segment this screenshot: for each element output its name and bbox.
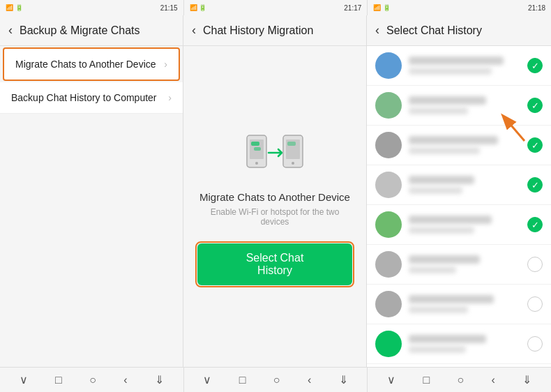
check-mark-icon: ✓ — [531, 61, 539, 70]
chat-sub — [409, 346, 466, 353]
signal-icons-1: 📶 🔋 — [6, 4, 23, 11]
nav-arrow-icon-3[interactable]: ‹ — [492, 374, 495, 386]
time-2: 21:17 — [344, 4, 361, 12]
chat-info — [409, 176, 527, 194]
status-bar-1: 📶 🔋 21:15 — [0, 0, 183, 15]
check-circle[interactable]: ✓ — [527, 137, 543, 153]
nav-segment-2: ∨ □ ○ ‹ ⇓ — [184, 368, 368, 392]
chat-name — [409, 335, 486, 343]
menu-item-backup[interactable]: Backup Chat History to Computer › — [0, 82, 183, 114]
check-circle[interactable] — [527, 336, 543, 352]
chat-name — [409, 176, 474, 184]
panel-backup-migrate: ‹ Backup & Migrate Chats Migrate Chats t… — [0, 15, 183, 367]
avatar — [375, 172, 402, 198]
panel2-title: Chat History Migration — [203, 24, 313, 37]
nav-arrow-icon-2[interactable]: ‹ — [308, 374, 311, 386]
time-1: 21:15 — [160, 4, 178, 12]
chat-info — [409, 255, 527, 273]
migrate-subtitle: Enable Wi-Fi or hotspot for the two devi… — [197, 207, 352, 227]
chat-info — [409, 56, 527, 75]
svg-rect-6 — [251, 142, 259, 146]
list-item[interactable]: ✓ — [367, 86, 551, 126]
chat-name — [409, 96, 486, 105]
menu-item-migrate[interactable]: Migrate Chats to Another Device › — [3, 47, 180, 81]
time-3: 21:18 — [528, 4, 545, 12]
menu-item-migrate-label: Migrate Chats to Another Device — [15, 59, 156, 70]
nav-arrow-icon-1[interactable]: ‹ — [123, 374, 127, 386]
panel2-back-arrow[interactable]: ‹ — [192, 23, 196, 38]
panels-container: ‹ Backup & Migrate Chats Migrate Chats t… — [0, 15, 551, 367]
nav-menu-icon-2[interactable]: ⇓ — [339, 373, 348, 386]
avatar — [375, 211, 402, 238]
chat-name — [409, 255, 480, 264]
list-item[interactable]: ✓ — [367, 165, 551, 205]
panel1-title: Backup & Migrate Chats — [20, 24, 140, 37]
migrate-title: Migrate Chats to Another Device — [199, 191, 350, 203]
chat-info — [409, 295, 527, 313]
list-item[interactable]: ✓ — [367, 205, 551, 245]
signal-icons-2: 📶 🔋 — [190, 4, 207, 11]
check-circle[interactable]: ✓ — [527, 98, 543, 113]
avatar — [375, 92, 402, 119]
check-mark-icon: ✓ — [531, 101, 539, 110]
nav-back-icon-2[interactable]: ∨ — [203, 373, 211, 386]
list-item[interactable] — [367, 245, 551, 285]
list-item[interactable] — [367, 324, 551, 364]
chat-sub — [409, 68, 492, 75]
status-bar-3: 📶 🔋 21:18 — [367, 0, 551, 15]
list-item[interactable] — [367, 364, 551, 367]
chat-name — [409, 136, 498, 144]
nav-home-icon-3[interactable]: □ — [423, 374, 430, 386]
panel2-header: ‹ Chat History Migration — [183, 15, 366, 46]
check-circle[interactable]: ✓ — [527, 177, 543, 193]
nav-home-icon-1[interactable]: □ — [55, 374, 62, 386]
chat-sub — [409, 227, 474, 234]
menu-item-backup-label: Backup Chat History to Computer — [11, 92, 157, 103]
list-item[interactable] — [367, 285, 551, 324]
nav-circle-icon-3[interactable]: ○ — [457, 374, 464, 386]
chat-info — [409, 136, 527, 154]
avatar — [375, 52, 402, 79]
svg-rect-7 — [254, 147, 261, 151]
panel3-title: Select Chat History — [386, 24, 482, 37]
panel2-body: Migrate Chats to Another Device Enable W… — [183, 46, 366, 367]
signal-icons-3: 📶 🔋 — [373, 4, 391, 11]
check-circle[interactable]: ✓ — [527, 58, 543, 73]
check-circle[interactable] — [527, 296, 543, 312]
check-circle[interactable]: ✓ — [527, 217, 543, 232]
panel-chat-history-migration: ‹ Chat History Migration — [183, 15, 367, 367]
chat-sub — [409, 187, 462, 194]
nav-home-icon-2[interactable]: □ — [239, 374, 246, 386]
chat-info — [409, 216, 527, 234]
migrate-devices-icon — [243, 128, 306, 177]
chat-name — [409, 216, 492, 224]
nav-menu-icon-3[interactable]: ⇓ — [522, 373, 531, 386]
chat-name — [409, 295, 494, 303]
nav-bars: ∨ □ ○ ‹ ⇓ ∨ □ ○ ‹ ⇓ ∨ □ ○ ‹ ⇓ — [0, 367, 551, 392]
panel3-back-arrow[interactable]: ‹ — [375, 23, 379, 38]
check-mark-icon: ✓ — [531, 181, 539, 190]
list-item[interactable]: ✓ — [367, 46, 551, 86]
panel1-back-arrow[interactable]: ‹ — [8, 23, 13, 38]
select-chat-history-button[interactable]: Select Chat History — [197, 243, 352, 285]
nav-back-icon-3[interactable]: ∨ — [387, 373, 395, 386]
nav-segment-3: ∨ □ ○ ‹ ⇓ — [368, 368, 551, 392]
list-item[interactable]: ✓ — [367, 126, 551, 165]
nav-circle-icon-1[interactable]: ○ — [89, 374, 96, 386]
chevron-right-icon-2: › — [168, 92, 172, 103]
panel-select-chat-history: ‹ Select Chat History ✓ — [367, 15, 551, 367]
select-btn-wrapper: Select Chat History — [197, 243, 352, 285]
panel1-header: ‹ Backup & Migrate Chats — [0, 15, 183, 46]
svg-point-2 — [255, 162, 258, 165]
check-circle[interactable] — [527, 257, 543, 272]
status-bars: 📶 🔋 21:15 📶 🔋 21:17 📶 🔋 21:18 — [0, 0, 551, 15]
chat-list: ✓ ✓ ✓ — [367, 46, 551, 367]
nav-circle-icon-2[interactable]: ○ — [273, 374, 280, 386]
nav-menu-icon-1[interactable]: ⇓ — [155, 373, 164, 386]
chat-info — [409, 96, 527, 114]
chat-sub — [409, 306, 468, 313]
avatar — [375, 251, 402, 278]
avatar — [375, 331, 402, 357]
nav-back-icon-1[interactable]: ∨ — [20, 373, 28, 386]
chat-sub — [409, 266, 456, 273]
